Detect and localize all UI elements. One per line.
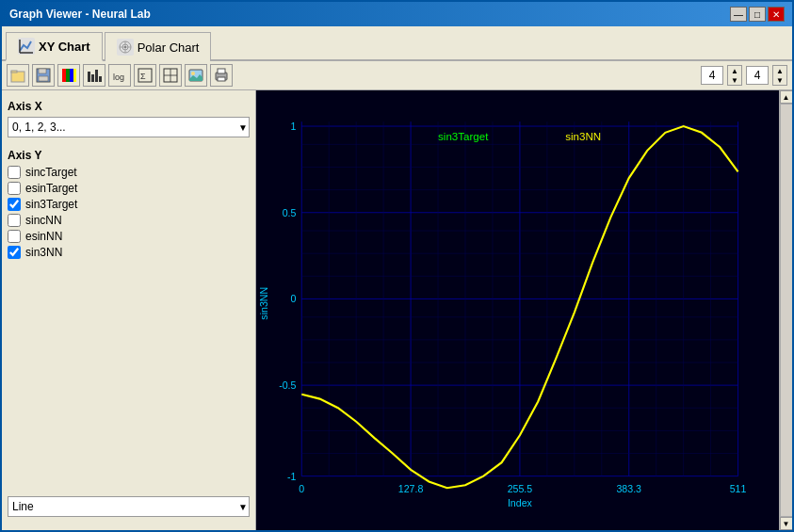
scrollbar-right: ▲ ▼ — [779, 90, 792, 530]
y-tick-1: 1 — [291, 121, 297, 132]
spin-y-value: 4 — [746, 66, 769, 85]
svg-point-29 — [191, 72, 195, 75]
checkbox-sin3Target[interactable]: sin3Target — [8, 198, 250, 211]
y-axis-label: sin3NN — [258, 287, 269, 320]
svg-rect-19 — [91, 74, 94, 82]
y-tick-neg05: -0.5 — [279, 379, 296, 391]
svg-text:log: log — [113, 73, 124, 82]
scroll-up-arrow[interactable]: ▲ — [780, 90, 793, 104]
svg-rect-32 — [218, 77, 225, 81]
chart-svg: 0 127.8 255.5 383.3 511 -1 -0.5 0 0.5 1 … — [256, 90, 779, 530]
toolbar: log Σ — [2, 61, 792, 90]
tool-open[interactable] — [7, 64, 29, 87]
svg-rect-18 — [88, 72, 90, 82]
checkbox-esinNN-label: esinNN — [25, 230, 62, 243]
legend-sin3target: sin3Target — [438, 131, 489, 142]
tool-bars[interactable] — [83, 64, 105, 87]
x-axis-label: Index — [508, 497, 533, 508]
tab-polar-chart[interactable]: Polar Chart — [105, 32, 212, 61]
checkbox-sincTarget-input[interactable] — [8, 166, 21, 179]
checkbox-esinNN[interactable]: esinNN — [8, 230, 250, 243]
line-type-dropdown[interactable]: Line — [8, 496, 250, 517]
checkbox-esinTarget[interactable]: esinTarget — [8, 182, 250, 195]
svg-rect-12 — [39, 69, 46, 73]
legend-sin3nn: sin3NN — [565, 131, 601, 142]
checkbox-sincTarget-label: sincTarget — [25, 166, 77, 179]
checkbox-esinNN-input[interactable] — [8, 230, 21, 243]
spin-x-value: 4 — [701, 66, 723, 85]
checkbox-sin3Target-input[interactable] — [8, 198, 21, 211]
axis-x-dropdown[interactable]: 0, 1, 2, 3... — [8, 117, 250, 137]
checkbox-esinTarget-label: esinTarget — [25, 182, 77, 195]
tool-grid2[interactable] — [159, 64, 182, 87]
main-content: Axis X 0, 1, 2, 3... ▼ Axis Y sincTarget… — [2, 90, 792, 530]
axis-y-checklist: sincTarget esinTarget sin3Target sincNN … — [8, 166, 250, 491]
svg-rect-31 — [218, 69, 225, 73]
svg-rect-13 — [39, 76, 48, 81]
svg-rect-15 — [66, 69, 70, 82]
checkbox-esinTarget-input[interactable] — [8, 182, 21, 195]
tool-save[interactable] — [32, 64, 55, 87]
spin-y-arrows: ▲ ▼ — [772, 65, 787, 86]
svg-rect-14 — [62, 69, 66, 82]
checkbox-sincNN[interactable]: sincNN — [8, 214, 250, 227]
close-button[interactable]: ✕ — [768, 7, 785, 22]
checkbox-sin3NN-input[interactable] — [8, 246, 21, 259]
maximize-button[interactable]: □ — [749, 7, 766, 22]
tab-bar: XY Chart Polar Chart — [2, 26, 792, 61]
x-tick-1: 127.8 — [398, 483, 424, 494]
scroll-down-arrow[interactable]: ▼ — [780, 517, 793, 530]
y-tick-0: 0 — [291, 293, 297, 304]
scroll-track[interactable] — [780, 104, 793, 517]
line-type-wrapper: Line ▼ — [8, 491, 250, 524]
x-tick-2: 255.5 — [508, 483, 533, 494]
chart-wrapper: 0 127.8 255.5 383.3 511 -1 -0.5 0 0.5 1 … — [256, 90, 792, 530]
svg-rect-10 — [11, 71, 17, 73]
checkbox-sin3Target-label: sin3Target — [25, 198, 77, 211]
toolbar-left: log Σ — [7, 64, 233, 87]
tool-print[interactable] — [210, 64, 233, 87]
toolbar-right: 4 ▲ ▼ 4 ▲ ▼ — [701, 65, 787, 86]
main-window: Graph Viewer - Neural Lab — □ ✕ XY Chart — [0, 0, 794, 532]
tab-xy-chart[interactable]: XY Chart — [6, 32, 103, 61]
svg-rect-33 — [256, 113, 779, 508]
tool-image[interactable] — [185, 64, 207, 87]
polar-chart-icon — [117, 39, 134, 56]
tool-log[interactable]: log — [108, 64, 131, 87]
spin-y-down[interactable]: ▼ — [773, 75, 786, 85]
minimize-button[interactable]: — — [730, 7, 747, 22]
x-tick-4: 511 — [730, 483, 747, 494]
checkbox-sin3NN-label: sin3NN — [25, 246, 62, 259]
checkbox-sincNN-input[interactable] — [8, 214, 21, 227]
checkbox-sincTarget[interactable]: sincTarget — [8, 166, 250, 179]
tab-polar-label: Polar Chart — [138, 40, 200, 55]
tool-color[interactable] — [57, 64, 80, 87]
svg-rect-9 — [11, 72, 24, 82]
xy-chart-icon — [18, 38, 35, 55]
window-title: Graph Viewer - Neural Lab — [9, 8, 151, 21]
title-bar: Graph Viewer - Neural Lab — □ ✕ — [2, 2, 792, 26]
y-tick-neg1: -1 — [287, 471, 297, 482]
spin-x-down[interactable]: ▼ — [728, 75, 741, 85]
axis-y-label: Axis Y — [8, 149, 250, 162]
tab-xy-label: XY Chart — [39, 40, 90, 54]
window-controls: — □ ✕ — [730, 7, 785, 22]
left-panel: Axis X 0, 1, 2, 3... ▼ Axis Y sincTarget… — [2, 90, 256, 530]
spin-x-arrows: ▲ ▼ — [727, 65, 742, 86]
svg-rect-17 — [73, 69, 76, 82]
checkbox-sin3NN[interactable]: sin3NN — [8, 246, 250, 259]
svg-rect-20 — [95, 70, 98, 82]
svg-rect-16 — [70, 69, 73, 82]
svg-text:Σ: Σ — [140, 72, 146, 81]
spin-y-up[interactable]: ▲ — [773, 66, 786, 75]
checkbox-sincNN-label: sincNN — [25, 214, 62, 227]
x-tick-3: 383.3 — [616, 483, 641, 494]
chart-area: 0 127.8 255.5 383.3 511 -1 -0.5 0 0.5 1 … — [256, 90, 779, 530]
svg-rect-21 — [99, 76, 102, 82]
spin-x-up[interactable]: ▲ — [728, 66, 741, 75]
axis-x-dropdown-wrapper: 0, 1, 2, 3... ▼ — [8, 117, 250, 137]
tool-grid1[interactable]: Σ — [134, 64, 156, 87]
axis-x-label: Axis X — [8, 100, 250, 113]
chart-right: 0 127.8 255.5 383.3 511 -1 -0.5 0 0.5 1 … — [256, 90, 792, 530]
x-tick-0: 0 — [299, 483, 304, 494]
